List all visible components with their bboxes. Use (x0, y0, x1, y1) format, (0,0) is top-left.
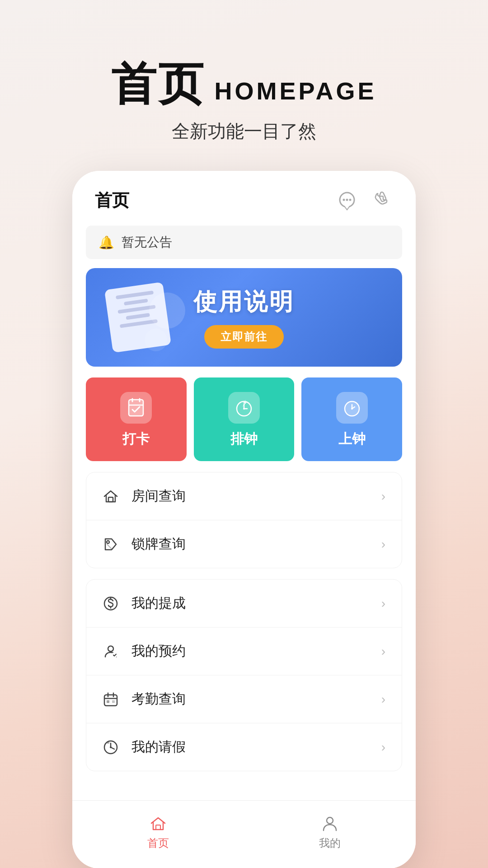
svg-point-10 (107, 541, 109, 543)
svg-rect-19 (156, 825, 160, 830)
attendance-label: 考勤查询 (131, 690, 372, 708)
svg-point-3 (349, 198, 352, 201)
commission-label: 我的提成 (131, 594, 372, 613)
room-query-label: 房间查询 (131, 487, 372, 505)
money-icon (103, 595, 122, 612)
bell-icon: 🔔 (99, 235, 114, 250)
chat-icon[interactable] (336, 190, 358, 212)
menu-item-attendance[interactable]: 考勤查询 › (86, 675, 402, 723)
banner-decoration (86, 268, 203, 367)
nav-mine[interactable]: 我的 (244, 810, 416, 855)
app-header: 首页 (72, 171, 416, 221)
menu-item-reservation[interactable]: 我的预约 › (86, 627, 402, 675)
tag-icon (103, 536, 122, 552)
daka-icon (120, 392, 152, 424)
svg-rect-15 (107, 700, 109, 703)
quick-actions: 打卡 排钟 (86, 377, 402, 461)
home-nav-label: 首页 (147, 836, 169, 850)
svg-point-1 (343, 198, 345, 201)
person-nav-icon (321, 814, 339, 832)
svg-rect-4 (129, 400, 143, 416)
doc-illustration (99, 283, 190, 351)
bottom-nav: 首页 我的 (72, 800, 416, 868)
shangzhong-label: 上钟 (338, 430, 366, 448)
home-nav-icon (149, 814, 167, 832)
banner-title: 使用说明 (193, 286, 295, 318)
menu-item-commission[interactable]: 我的提成 › (86, 580, 402, 627)
menu-item-leave[interactable]: 我的请假 › (86, 723, 402, 771)
leave-label: 我的请假 (131, 738, 372, 756)
page-hero-header: 首页 HOMEPAGE 全新功能一目了然 (111, 54, 376, 144)
lock-query-label: 锁牌查询 (131, 535, 372, 553)
house-icon (103, 488, 122, 505)
mine-nav-label: 我的 (319, 836, 341, 850)
svg-rect-16 (112, 700, 115, 703)
svg-point-2 (346, 198, 348, 201)
shangzhong-icon (336, 392, 368, 424)
chevron-icon-6: › (381, 740, 385, 755)
banner-button[interactable]: 立即前往 (204, 325, 284, 349)
chevron-icon-2: › (381, 537, 385, 552)
menu-card-1: 房间查询 › 锁牌查询 › (86, 472, 402, 568)
reservation-label: 我的预约 (131, 642, 372, 660)
banner[interactable]: 使用说明 立即前往 (86, 268, 402, 367)
chevron-icon-4: › (381, 644, 385, 659)
app-title: 首页 (95, 189, 129, 212)
hero-en-title: HOMEPAGE (214, 77, 376, 105)
nav-home[interactable]: 首页 (72, 810, 244, 855)
menu-item-lock[interactable]: 锁牌查询 › (86, 520, 402, 568)
chevron-icon-3: › (381, 596, 385, 611)
action-daka[interactable]: 打卡 (86, 377, 187, 461)
phone-icon[interactable] (371, 190, 393, 212)
chevron-icon-5: › (381, 692, 385, 707)
leave-icon (103, 739, 122, 755)
hero-subtitle: 全新功能一目了然 (111, 119, 376, 144)
svg-point-12 (108, 646, 113, 651)
person-reservation-icon (103, 643, 122, 660)
calendar-icon (103, 691, 122, 708)
svg-rect-14 (104, 695, 117, 706)
menu-card-2: 我的提成 › 我的预约 › (86, 579, 402, 771)
phone-mockup: 首页 🔔 暂无公告 (72, 171, 416, 868)
menu-item-room[interactable]: 房间查询 › (86, 472, 402, 520)
svg-point-20 (327, 817, 333, 824)
announcement-text: 暂无公告 (122, 234, 172, 251)
svg-rect-9 (108, 497, 113, 502)
action-paizhong[interactable]: 排钟 (194, 377, 295, 461)
chevron-icon-1: › (381, 489, 385, 504)
paizhong-icon (228, 392, 260, 424)
app-header-icons (336, 190, 393, 212)
paizhong-label: 排钟 (230, 430, 258, 448)
action-shangzhong[interactable]: 上钟 (301, 377, 402, 461)
announcement-bar: 🔔 暂无公告 (86, 226, 402, 259)
daka-label: 打卡 (122, 430, 150, 448)
svg-point-13 (112, 652, 117, 658)
hero-cn-title: 首页 (111, 54, 205, 115)
